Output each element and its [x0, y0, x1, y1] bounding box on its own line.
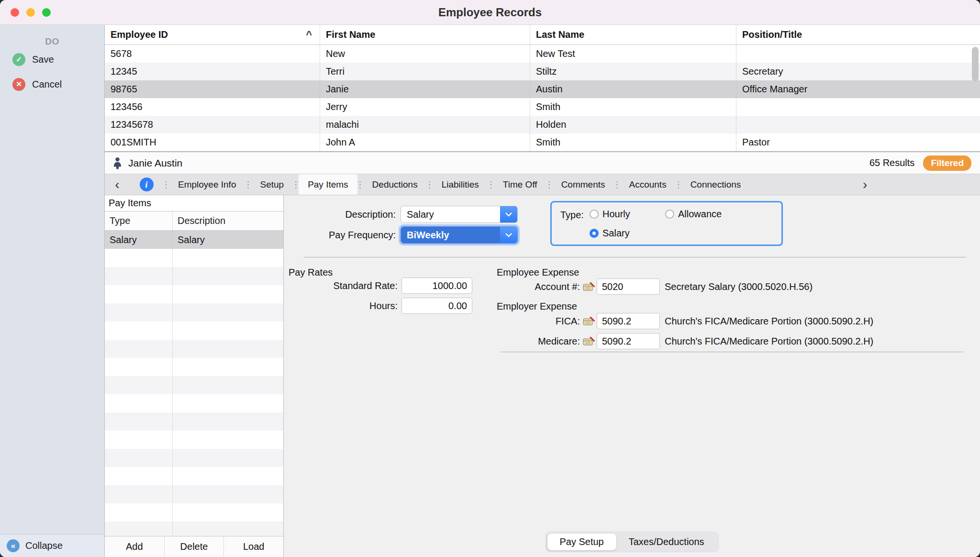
delete-pay-item-button[interactable]: Delete [165, 536, 224, 557]
account-number-field[interactable] [597, 278, 660, 295]
horizontal-divider [304, 257, 966, 257]
tab-connections[interactable]: Connections [681, 174, 750, 195]
fica-account-description: Church's FICA/Medicare Portion (3000.509… [665, 316, 873, 327]
tab-employee-info[interactable]: Employee Info [169, 174, 245, 195]
account-lookup-icon[interactable] [583, 282, 595, 291]
tab-bar: ‹ i ⋮ Employee Info ⋮ Setup ⋮ Pay Items … [105, 174, 980, 195]
account-lookup-icon[interactable] [583, 337, 595, 346]
column-header-type[interactable]: Type [105, 212, 172, 230]
medicare-account-description: Church's FICA/Medicare Portion (3000.509… [665, 336, 873, 347]
cell-last-name: Smith [530, 98, 736, 116]
cell-first-name: Terri [320, 63, 530, 80]
tabs-scroll-left-button[interactable]: ‹ [105, 174, 130, 195]
info-icon: i [140, 178, 154, 191]
traffic-lights [11, 0, 51, 24]
tab-liabilities[interactable]: Liabilities [433, 174, 488, 195]
person-icon [112, 157, 122, 169]
tab-separator-icon: ⋮ [614, 174, 620, 195]
medicare-label: Medicare: [497, 336, 580, 347]
table-row[interactable]: 001SMITH John A Smith Pastor [105, 134, 980, 151]
table-row[interactable]: 5678 New New Test [105, 45, 980, 63]
radio-hourly[interactable]: Hourly [590, 209, 630, 220]
column-header-first-name[interactable]: First Name [320, 25, 530, 45]
employer-expense-title: Employer Expense [497, 301, 577, 312]
radio-allowance[interactable]: Allowance [665, 209, 722, 220]
column-header-position[interactable]: Position/Title [736, 25, 980, 45]
account-lookup-icon[interactable] [583, 317, 595, 326]
standard-rate-field[interactable] [401, 278, 472, 294]
collapse-chevrons-icon: « [7, 539, 20, 552]
pay-items-column-headers: Type Description [105, 212, 283, 231]
sidebar: DO ✓ Save ✕ Cancel « Collapse [0, 25, 105, 557]
column-header-employee-id[interactable]: Employee ID ^ [105, 25, 320, 45]
cell-last-name: Holden [530, 116, 736, 134]
save-button-label: Save [32, 54, 54, 65]
cell-position: Secretary [736, 63, 980, 80]
cell-last-name: Austin [530, 80, 736, 98]
fica-account-field[interactable] [597, 313, 660, 329]
chevron-down-icon[interactable] [500, 227, 517, 243]
tab-info[interactable]: i [130, 174, 163, 195]
cell-first-name: Janie [320, 80, 530, 98]
save-button[interactable]: ✓ Save [0, 47, 104, 72]
tab-accounts[interactable]: Accounts [620, 174, 675, 195]
sort-ascending-icon: ^ [306, 33, 312, 37]
column-header-employee-id-label: Employee ID [111, 29, 168, 40]
filtered-badge[interactable]: Filtered [923, 156, 971, 171]
table-row-selected[interactable]: 98765 Janie Austin Office Manager [105, 80, 980, 98]
load-pay-item-button[interactable]: Load [224, 536, 283, 557]
account-description: Secretary Salary (3000.5020.H.56) [665, 281, 813, 292]
cell-position: Office Manager [736, 80, 980, 98]
cell-first-name: John A [320, 134, 530, 151]
standard-rate-label: Standard Rate: [284, 280, 398, 291]
tab-comments[interactable]: Comments [552, 174, 614, 195]
tabs-scroll-right-button[interactable]: › [750, 174, 980, 195]
cancel-button[interactable]: ✕ Cancel [0, 72, 104, 97]
cell-last-name: New Test [530, 45, 736, 63]
description-dropdown[interactable]: Salary [401, 206, 518, 223]
pay-frequency-dropdown-value: BiWeekly [401, 227, 500, 243]
pay-rates-title: Pay Rates [289, 267, 333, 278]
fica-label: FICA: [497, 316, 580, 327]
cell-employee-id: 123456 [105, 98, 320, 116]
cell-position [736, 116, 980, 134]
medicare-account-field[interactable] [597, 333, 660, 349]
table-row[interactable]: 12345 Terri Stiltz Secretary [105, 63, 980, 80]
hours-label: Hours: [284, 301, 398, 312]
cell-first-name: Jerry [320, 98, 530, 116]
minimize-window-button[interactable] [26, 8, 35, 17]
tab-pay-setup[interactable]: Pay Setup [547, 534, 616, 550]
current-employee-name: Janie Austin [128, 157, 182, 169]
cell-employee-id: 5678 [105, 45, 320, 63]
radio-salary-selected[interactable]: Salary [590, 228, 630, 239]
radio-allowance-label: Allowance [678, 209, 722, 220]
tab-time-off[interactable]: Time Off [494, 174, 546, 195]
pay-item-row-selected[interactable]: Salary Salary [105, 231, 283, 249]
zoom-window-button[interactable] [42, 8, 51, 17]
tab-separator-icon: ⋮ [357, 174, 363, 195]
add-pay-item-button[interactable]: Add [105, 536, 165, 557]
table-row[interactable]: 12345678 malachi Holden [105, 116, 980, 134]
pay-frequency-dropdown[interactable]: BiWeekly [401, 226, 518, 244]
column-header-description[interactable]: Description [172, 212, 283, 230]
tab-pay-items[interactable]: Pay Items [299, 174, 357, 195]
radio-selected-icon [590, 229, 599, 238]
column-header-last-name[interactable]: Last Name [530, 25, 736, 45]
table-row[interactable]: 123456 Jerry Smith [105, 98, 980, 116]
table-scrollbar-thumb[interactable] [972, 47, 979, 81]
chevron-down-icon[interactable] [500, 206, 517, 223]
cell-position [736, 45, 980, 63]
type-label: Type: [560, 210, 584, 221]
tab-separator-icon: ⋮ [546, 174, 552, 195]
tab-deductions[interactable]: Deductions [363, 174, 427, 195]
cell-first-name: New [320, 45, 530, 63]
tab-taxes-deductions[interactable]: Taxes/Deductions [616, 534, 717, 550]
app-window: Employee Records DO ✓ Save ✕ Cancel « Co… [0, 0, 980, 557]
employee-table: Employee ID ^ First Name Last Name Posit… [105, 25, 980, 152]
tab-setup[interactable]: Setup [251, 174, 293, 195]
hours-field[interactable] [401, 298, 472, 314]
collapse-sidebar-button[interactable]: « Collapse [0, 534, 104, 557]
description-label: Description: [284, 209, 396, 220]
pay-type-group: Type: Hourly Allowance Salary [550, 201, 783, 246]
close-window-button[interactable] [11, 8, 19, 17]
